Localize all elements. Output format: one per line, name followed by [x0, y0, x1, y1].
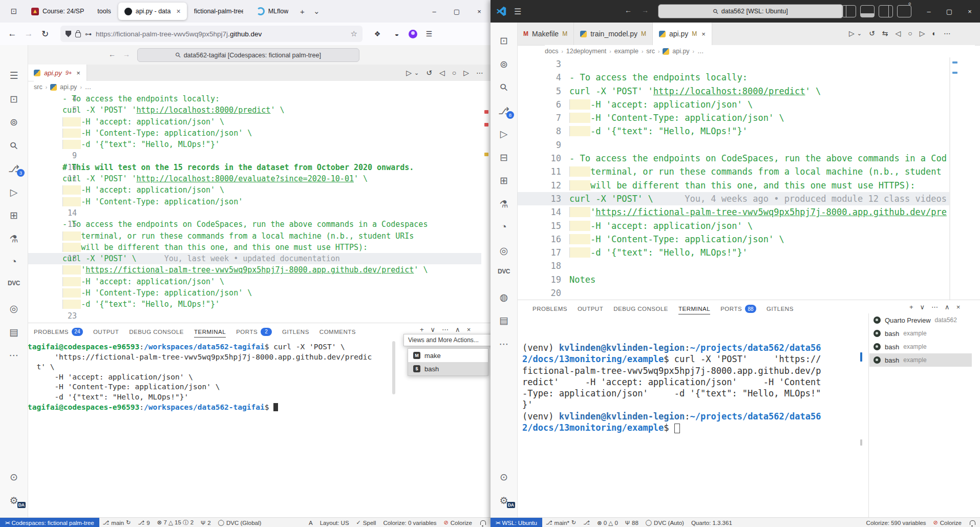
maximize-panel-icon[interactable]: ∧ [455, 326, 460, 333]
run-debug-icon[interactable]: ▷ [0, 186, 28, 198]
code-line[interactable]: 21 -H 'Content-Type: application/json' \ [28, 287, 481, 299]
extensions-icon[interactable]: ⊞ [491, 175, 517, 186]
remote-explorer-icon[interactable]: ⊟ [491, 152, 517, 163]
terminal[interactable]: ●tagifai@codespaces-e96593:/workspaces/d… [28, 342, 396, 414]
url-text[interactable]: https://fictional-palm-tree-vwv5wq9px5hp… [96, 30, 347, 38]
command-center[interactable]: ⚲ data562 [WSL: Ubuntu] [658, 4, 843, 18]
code-line[interactable]: 12 -H 'accept: application/json' \ [28, 184, 481, 196]
timeline-icon[interactable]: ↺ [426, 69, 432, 77]
panel-tab-terminal[interactable]: TERMINAL [194, 326, 226, 338]
test-beaker-icon[interactable]: ⚗ [491, 198, 517, 210]
dvc-status[interactable]: ◯DVC (Global) [215, 518, 265, 527]
panel-tab-output[interactable]: OUTPUT [578, 303, 603, 314]
profile-avatar[interactable] [409, 30, 417, 38]
code-line[interactable]: 22 -d '{"text": "Hello, MLOps!"}' [28, 299, 481, 310]
code-line[interactable]: 5curl -X 'POST' 'http://localhost:8000/p… [517, 85, 949, 98]
jupyter-icon[interactable]: ◔ [0, 256, 28, 267]
lock-icon[interactable] [75, 32, 81, 37]
dvc-icon[interactable]: DVC [491, 268, 517, 275]
git-graph[interactable]: ⎇ [580, 518, 593, 527]
gitlens-icon[interactable]: ◎ [0, 303, 28, 314]
browser-tab[interactable]: tools [91, 3, 117, 20]
prev-change-icon[interactable]: ◁ [439, 69, 445, 77]
more-views-icon[interactable]: ⋯ [491, 338, 517, 350]
code-editor[interactable]: 34- To access the endpoints locally:5cur… [517, 57, 949, 300]
dvc-icon[interactable]: DVC [0, 280, 28, 287]
quarto-version[interactable]: Quarto: 1.3.361 [688, 518, 736, 527]
code-line[interactable]: 17 -d '{"text": "Hello, MLOps!"}' [517, 246, 949, 259]
next-change-icon[interactable]: ▷ [463, 69, 469, 77]
code-line[interactable]: 16 terminal, or run these commands from … [28, 230, 481, 242]
run-button[interactable]: ▷ [849, 29, 855, 37]
docker-icon[interactable]: ⊚ [0, 116, 28, 128]
code-line[interactable]: 11 terminal, or run these commands from … [517, 165, 949, 178]
keyboard-indicator[interactable]: A [305, 518, 316, 527]
editor-forward-icon[interactable]: → [123, 50, 130, 58]
browser-tab-active[interactable]: api.py - data× [118, 3, 187, 20]
code-line[interactable]: 10- To access the endpoints on CodeSpace… [517, 152, 949, 165]
breadcrumb-item[interactable]: src [34, 83, 42, 91]
menu-icon[interactable]: ☰ [514, 7, 521, 16]
breadcrumb-item[interactable]: docs [545, 48, 558, 55]
layout-indicator[interactable]: Layout: US [316, 518, 353, 527]
browser-back-button[interactable]: ← [4, 26, 20, 41]
run-dropdown-icon[interactable]: ⌄ [414, 70, 419, 76]
code-line[interactable]: 12 will be different than this one, and … [517, 179, 949, 192]
code-line[interactable]: 8 -d '{"text": "Hello, MLOps!"}' [517, 124, 949, 138]
code-line[interactable]: 20 -H 'accept: application/json' \ [28, 276, 481, 287]
code-line[interactable]: 15 -H 'accept: application/json' \ [517, 219, 949, 233]
terminal-list-item[interactable]: bashexample [869, 327, 972, 340]
colorize-toggle[interactable]: ⊘Colorize [440, 518, 476, 527]
spell-checker[interactable]: ✓Spell [353, 518, 380, 527]
colorize-count[interactable]: Colorize: 590 variables [863, 518, 930, 527]
account-icon[interactable]: ⊙ [491, 471, 517, 483]
tab-api-py[interactable]: api.py 9+ × [28, 65, 87, 81]
notifications-bell[interactable] [476, 518, 491, 527]
nav-forward-icon[interactable]: → [642, 6, 649, 14]
terminal[interactable]: (venv) kvlinden@kvlinden-legion:~/projec… [522, 342, 829, 437]
colorize-count[interactable]: Colorize: 0 variables [379, 518, 440, 527]
tab-api-py[interactable]: api.pyM× [653, 23, 712, 45]
panel-tab-terminal[interactable]: TERMINAL [678, 303, 710, 314]
git-branch[interactable]: ⎇main*↻ [542, 518, 580, 527]
browser-forward-button[interactable]: → [20, 26, 37, 41]
forwarded-ports[interactable]: Ψ2 [197, 518, 215, 527]
search-icon[interactable]: ⚲ [490, 74, 517, 101]
next-change-icon[interactable]: ▷ [920, 29, 925, 37]
code-line[interactable]: 5curl -X 'POST' 'http://localhost:8000/p… [28, 104, 481, 116]
panel-tab-gitlens[interactable]: GITLENS [282, 326, 309, 338]
code-line[interactable]: 9 [28, 150, 481, 161]
code-line[interactable]: 6 -H 'accept: application/json' \ [517, 98, 949, 111]
notifications-bell[interactable] [965, 518, 980, 527]
terminal-profile-dropdown-icon[interactable]: ∨ [431, 326, 436, 333]
split-editor-icon[interactable]: ◐ [932, 29, 936, 37]
code-line[interactable]: 11curl -X 'POST' 'http://localhost:8000/… [28, 173, 481, 184]
code-line[interactable]: 19 'https://fictional-palm-tree-vwv5wq9p… [28, 264, 481, 276]
jupyter-icon[interactable]: ◔ [491, 221, 517, 233]
git-branch[interactable]: ⎇main↻ [99, 518, 135, 527]
more-actions-icon[interactable]: ⋯ [442, 326, 449, 333]
run-button[interactable]: ▷ [406, 69, 412, 77]
tab-Makefile[interactable]: MMakefileM [517, 23, 574, 45]
panel-tab-debug-console[interactable]: DEBUG CONSOLE [129, 326, 184, 338]
maximize-panel-icon[interactable]: ∧ [945, 303, 950, 311]
breadcrumb-item[interactable]: 12deployment [566, 48, 607, 55]
browser-minimize-button[interactable]: – [423, 3, 445, 20]
panel-tab-ports[interactable]: PORTS88 [720, 302, 756, 315]
code-line[interactable]: 23 [28, 310, 481, 322]
browser-tab[interactable]: Course: 24/SP [25, 3, 90, 20]
bookmark-star-icon[interactable]: ☆ [351, 29, 357, 38]
explorer-icon[interactable]: ⊡ [0, 93, 28, 105]
code-line[interactable]: 20 [517, 286, 949, 300]
new-terminal-icon[interactable]: + [909, 303, 913, 311]
gitlens-icon[interactable]: ◎ [491, 245, 517, 257]
forwarded-ports[interactable]: Ψ88 [622, 518, 642, 527]
panel-tab-problems[interactable]: PROBLEMS24 [34, 325, 83, 339]
breadcrumb-item[interactable]: example [614, 48, 638, 55]
panel-tab-ports[interactable]: PORTS2 [236, 325, 272, 339]
close-panel-icon[interactable]: × [467, 326, 471, 333]
code-line[interactable]: 14 'https://fictional-palm-tree-vwv5wq9p… [517, 205, 949, 219]
code-line[interactable]: 10# This will test on the 15 records in … [28, 162, 481, 173]
menu-icon[interactable]: ☰ [0, 70, 28, 81]
more-actions-icon[interactable]: ⋯ [931, 303, 938, 311]
